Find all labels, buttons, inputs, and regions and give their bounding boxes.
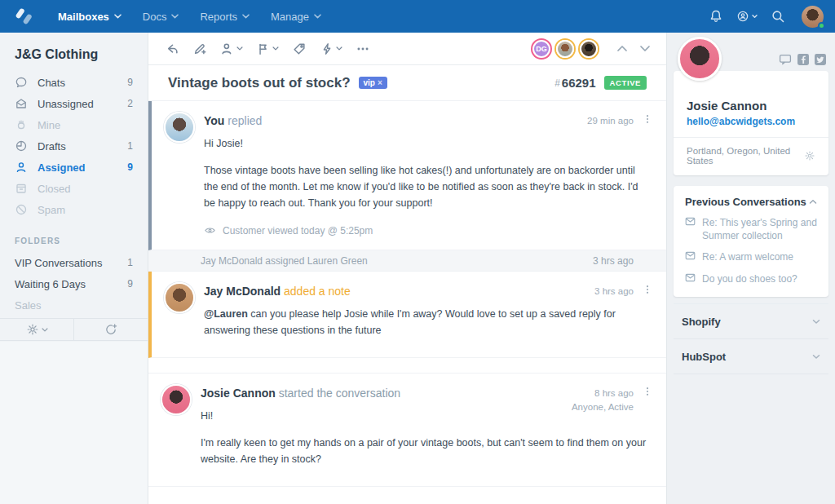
sidebar-item-label: Closed bbox=[38, 183, 70, 195]
message-body: Hi Josie! Those vintage boots have been … bbox=[204, 135, 647, 211]
message-body: @Lauren can you please help Josie while … bbox=[204, 306, 647, 338]
twitter-icon[interactable] bbox=[815, 54, 826, 65]
archive-box-icon bbox=[15, 182, 28, 195]
envelope-icon bbox=[685, 273, 696, 285]
integration-shopify[interactable]: Shopify bbox=[674, 303, 828, 339]
sidebar-bottom-bar bbox=[0, 318, 148, 341]
chevron-down-icon bbox=[42, 328, 48, 332]
integration-label: HubSpot bbox=[682, 351, 812, 363]
chat-widget-icon[interactable] bbox=[779, 54, 792, 65]
message-header: You replied bbox=[204, 114, 647, 127]
chevron-down-icon bbox=[336, 46, 342, 51]
compose-icon bbox=[104, 323, 117, 336]
sidebar-item-label: Chats bbox=[38, 77, 65, 89]
customer-viewed-status: Customer viewed today @ 5:25pm bbox=[204, 224, 647, 237]
message-paragraph: Hi Josie! bbox=[204, 135, 647, 152]
previous-conversation-label: Re: A warm welcome bbox=[702, 250, 793, 263]
chevron-down-icon bbox=[114, 14, 121, 19]
chevron-down-icon bbox=[242, 14, 250, 19]
customer-social-icons bbox=[779, 54, 826, 65]
envelope-icon bbox=[685, 251, 696, 263]
lightning-icon bbox=[320, 42, 334, 56]
message-timestamp: 29 min ago bbox=[587, 114, 634, 128]
sidebar-item-count: 2 bbox=[127, 98, 133, 109]
sidebar-lower-area bbox=[0, 342, 148, 504]
reply-button[interactable] bbox=[158, 33, 186, 65]
message-timestamp: 3 hrs ago bbox=[594, 285, 634, 298]
avatar bbox=[164, 282, 195, 313]
viewer-avatar-photo bbox=[556, 40, 574, 58]
kebab-menu-icon bbox=[642, 386, 653, 397]
sidebar-item-label: Mine bbox=[38, 119, 60, 131]
message-menu-button[interactable] bbox=[642, 386, 653, 397]
message-action: started the conversation bbox=[279, 387, 400, 400]
sidebar-item-assigned[interactable]: Assigned 9 bbox=[0, 157, 148, 178]
more-actions-button[interactable] bbox=[349, 33, 377, 65]
chevron-down-icon bbox=[272, 46, 279, 51]
nav-docs[interactable]: Docs bbox=[132, 0, 190, 33]
customer-location-row: Portland, Oregon, United States bbox=[674, 137, 828, 175]
sidebar-item-chats[interactable]: Chats 9 bbox=[0, 72, 148, 93]
assign-person-icon bbox=[220, 42, 235, 56]
vip-tag[interactable]: vip× bbox=[359, 77, 387, 89]
helpscout-logo-icon[interactable] bbox=[15, 7, 36, 26]
beacon-icon[interactable] bbox=[731, 0, 762, 33]
sidebar-item-drafts[interactable]: Drafts 1 bbox=[0, 135, 148, 157]
nav-mailboxes[interactable]: Mailboxes bbox=[47, 0, 132, 33]
tag-remove-icon[interactable]: × bbox=[378, 78, 382, 87]
previous-conversation-link[interactable]: Re: A warm welcome bbox=[685, 250, 817, 263]
assign-button[interactable] bbox=[214, 33, 250, 65]
collapse-chevron-up-icon[interactable] bbox=[809, 199, 817, 205]
mail-open-icon bbox=[15, 97, 28, 110]
status-flag-button[interactable] bbox=[250, 33, 285, 65]
conversation-number-hash: # bbox=[554, 77, 560, 89]
next-conversation-button[interactable] bbox=[634, 45, 656, 52]
folder-vip-conversations[interactable]: VIP Conversations 1 bbox=[0, 252, 148, 273]
message-time: 8 hrs ago bbox=[572, 387, 634, 400]
mention-lauren[interactable]: @Lauren bbox=[204, 308, 248, 320]
message-menu-button[interactable] bbox=[642, 284, 653, 295]
customer-email-link[interactable]: hello@abcwidgets.com bbox=[687, 116, 815, 127]
message-timestamp: 8 hrs ago Anyone, Active bbox=[572, 387, 634, 415]
mailbox-settings-button[interactable] bbox=[0, 319, 73, 340]
conversation-toolbar: DG bbox=[148, 33, 666, 65]
workflows-button[interactable] bbox=[313, 33, 349, 65]
previous-conversations-card: Previous Conversations Re: This year's S… bbox=[674, 186, 828, 297]
facebook-icon[interactable] bbox=[797, 54, 809, 65]
sidebar-item-closed[interactable]: Closed bbox=[0, 178, 148, 199]
nav-reports[interactable]: Reports bbox=[189, 0, 260, 33]
chevron-up-icon bbox=[616, 45, 628, 52]
viewer-avatar-photo bbox=[580, 40, 598, 58]
sidebar-item-count: 1 bbox=[127, 140, 133, 152]
customer-avatar[interactable] bbox=[678, 37, 722, 81]
previous-conversation-button[interactable] bbox=[611, 45, 634, 52]
folder-label: VIP Conversations bbox=[15, 257, 102, 269]
nav-manage[interactable]: Manage bbox=[260, 0, 332, 33]
message-internal-note: Jay McDonald added a note 3 hrs ago @Lau… bbox=[148, 272, 666, 358]
integration-hubspot[interactable]: HubSpot bbox=[674, 339, 828, 374]
message-action: added a note bbox=[284, 285, 351, 298]
previous-conversations-header[interactable]: Previous Conversations bbox=[685, 196, 817, 208]
previous-conversation-label: Do you do shoes too? bbox=[702, 272, 797, 285]
kebab-menu-icon bbox=[642, 284, 653, 295]
user-avatar[interactable] bbox=[802, 6, 824, 28]
folder-waiting-6-days[interactable]: Waiting 6 Days 9 bbox=[0, 273, 148, 294]
add-note-button[interactable] bbox=[186, 33, 214, 65]
folder-sales[interactable]: Sales bbox=[0, 294, 148, 316]
sidebar-item-mine[interactable]: Mine bbox=[0, 114, 148, 135]
profile-settings-gear-icon[interactable] bbox=[804, 150, 815, 161]
message-menu-button[interactable] bbox=[642, 113, 653, 125]
new-conversation-button[interactable] bbox=[73, 319, 148, 340]
notifications-bell-icon[interactable] bbox=[700, 0, 731, 33]
sidebar-item-unassigned[interactable]: Unassigned 2 bbox=[0, 93, 148, 114]
tag-button[interactable] bbox=[285, 33, 313, 65]
message-author: You bbox=[204, 114, 224, 127]
message-paragraph: I'm really keen to get my hands on a pai… bbox=[201, 435, 647, 467]
sidebar-item-spam[interactable]: Spam bbox=[0, 199, 148, 220]
previous-conversation-link[interactable]: Do you do shoes too? bbox=[685, 272, 817, 285]
previous-conversation-link[interactable]: Re: This year's Spring and Summer collec… bbox=[685, 216, 817, 242]
spam-circle-icon bbox=[15, 203, 28, 216]
search-icon[interactable] bbox=[762, 0, 793, 33]
viewer-avatar-dg: DG bbox=[532, 40, 550, 58]
helpscout-app: Mailboxes Docs Reports Manage bbox=[0, 0, 835, 504]
